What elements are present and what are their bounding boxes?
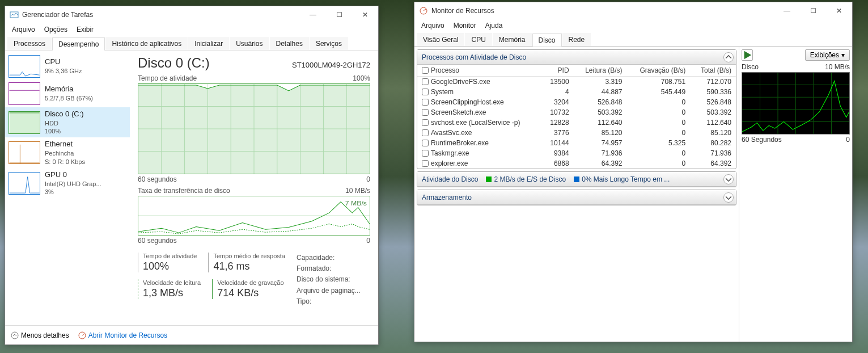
tm-tabbar: Processos Desempenho Histórico de aplica… — [5, 36, 378, 51]
row-checkbox[interactable] — [422, 160, 429, 167]
expand-icon[interactable] — [723, 174, 734, 184]
rm-menu-arquivo[interactable]: Arquivo — [417, 20, 449, 31]
row-checkbox[interactable] — [422, 140, 429, 146]
gpu-sub2: 3% — [45, 188, 101, 196]
process-read: 74.957 — [574, 138, 627, 148]
expand-icon-2[interactable] — [723, 192, 734, 203]
rm-menu-monitor[interactable]: Monitor — [449, 20, 481, 31]
rm-minimize-button[interactable]: — — [774, 2, 800, 19]
process-total: 64.392 — [690, 158, 736, 169]
eth-title: Ethernet — [45, 140, 85, 149]
chart1-xright: 0 — [366, 175, 370, 183]
col-processo[interactable]: Processo — [417, 65, 541, 77]
process-read: 64.392 — [574, 158, 627, 169]
disk-activity-header[interactable]: Atividade do Disco 2 MB/s de E/S de Disc… — [417, 172, 736, 187]
chart2-max: 10 MB/s — [345, 187, 370, 195]
sidebar-item-memoria[interactable]: Memória5,2/7,8 GB (67%) — [5, 80, 130, 107]
disk-thumb — [9, 111, 40, 134]
tab-processos[interactable]: Processos — [7, 37, 52, 50]
tm-main-panel: Disco 0 (C:) ST1000LM049-2GH172 Tempo de… — [130, 51, 378, 325]
rm-menubar: Arquivo Monitor Ajuda — [414, 19, 852, 32]
rm-tab-memoria[interactable]: Memória — [493, 33, 532, 46]
menu-exibir[interactable]: Exibir — [72, 24, 98, 35]
table-row[interactable]: GoogleDriveFS.exe135003.319708.751712.07… — [417, 77, 736, 87]
resource-monitor-icon — [78, 331, 86, 339]
tab-historico[interactable]: Histórico de aplicativos — [105, 37, 188, 50]
tab-usuarios[interactable]: Usuários — [230, 37, 269, 50]
chart1-xleft: 60 segundos — [138, 175, 177, 183]
table-row[interactable]: svchost.exe (LocalService -p)12828112.64… — [417, 117, 736, 128]
menu-opcoes[interactable]: Opções — [40, 24, 72, 35]
views-button[interactable]: Exibições▾ — [805, 49, 850, 61]
open-resource-monitor-link[interactable]: Abrir Monitor de Recursos — [78, 331, 167, 339]
cpu-title: CPU — [45, 57, 82, 67]
rm-tab-rede[interactable]: Rede — [562, 33, 591, 46]
process-write: 0 — [627, 158, 691, 169]
col-leitura[interactable]: Leitura (B/s) — [574, 65, 627, 77]
stat-active-k: Tempo de atividade — [143, 253, 197, 259]
select-all-checkbox[interactable] — [422, 67, 429, 74]
fewer-details-link[interactable]: Menos detalhes — [11, 331, 69, 339]
process-write: 545.449 — [627, 87, 691, 97]
rm-titlebar[interactable]: Monitor de Recursos — ☐ ✕ — [414, 2, 852, 19]
col-pid[interactable]: PID — [541, 65, 574, 77]
table-row[interactable]: System444.887545.449590.336 — [417, 87, 736, 97]
sidebar-item-cpu[interactable]: CPU9% 3,36 GHz — [5, 53, 130, 80]
play-button[interactable] — [742, 49, 753, 61]
chart2-xright: 0 — [366, 237, 370, 245]
resource-monitor-title-icon — [419, 6, 428, 15]
sidebar-item-ethernet[interactable]: EthernetPechinchaS: 0 R: 0 Kbps — [5, 137, 130, 167]
tm-title: Gerenciador de Tarefas — [22, 11, 300, 19]
cpu-sub: 9% 3,36 GHz — [45, 67, 82, 75]
process-write: 5.325 — [627, 138, 691, 148]
rm-maximize-button[interactable]: ☐ — [800, 2, 826, 19]
row-checkbox[interactable] — [422, 150, 429, 157]
row-checkbox[interactable] — [422, 119, 429, 126]
collapse-icon[interactable] — [723, 52, 734, 62]
table-row[interactable]: ScreenSketch.exe10732503.3920503.392 — [417, 107, 736, 117]
rm-tab-cpu[interactable]: CPU — [465, 33, 492, 46]
rm-tab-disco[interactable]: Disco — [532, 33, 562, 47]
tab-detalhes[interactable]: Detalhes — [270, 37, 309, 50]
maximize-button[interactable]: ☐ — [326, 6, 352, 23]
tm-titlebar[interactable]: Gerenciador de Tarefas — ☐ ✕ — [5, 6, 378, 23]
process-read: 85.120 — [574, 128, 627, 138]
close-button[interactable]: ✕ — [352, 6, 378, 23]
col-gravacao[interactable]: Gravação (B/s) — [627, 65, 691, 77]
svg-marker-23 — [744, 51, 752, 59]
throughput-chart: 7 MB/s — [138, 196, 370, 236]
row-checkbox[interactable] — [422, 78, 429, 85]
tab-desempenho[interactable]: Desempenho — [52, 37, 105, 51]
menu-arquivo[interactable]: Arquivo — [7, 24, 40, 35]
table-row[interactable]: RuntimeBroker.exe1014474.9575.32580.282 — [417, 138, 736, 148]
col-total[interactable]: Total (B/s) — [690, 65, 736, 77]
stat-write-k: Velocidade de gravação — [217, 279, 283, 286]
cpu-thumb — [9, 55, 40, 78]
mem-sub: 5,2/7,8 GB (67%) — [45, 94, 93, 102]
mem-title: Memória — [45, 85, 93, 94]
minimize-button[interactable]: — — [300, 6, 326, 23]
row-checkbox[interactable] — [422, 99, 429, 106]
table-row[interactable]: Taskmgr.exe938471.936071.936 — [417, 148, 736, 158]
tab-servicos[interactable]: Serviços — [310, 37, 348, 50]
rm-close-button[interactable]: ✕ — [826, 2, 852, 19]
sidebar-item-disco[interactable]: Disco 0 (C:)HDD100% — [5, 107, 130, 137]
disk-title: Disco 0 (C:) — [45, 110, 84, 119]
rm-menu-ajuda[interactable]: Ajuda — [481, 20, 507, 31]
table-row[interactable]: explorer.exe686864.392064.392 — [417, 158, 736, 169]
tm-footer: Menos detalhes Abrir Monitor de Recursos — [5, 325, 378, 344]
storage-header[interactable]: Armazenamento — [417, 190, 736, 205]
row-checkbox[interactable] — [422, 109, 429, 116]
processes-panel-header[interactable]: Processos com Atividade de Disco — [417, 50, 736, 65]
tab-inicializar[interactable]: Inicializar — [188, 37, 229, 50]
table-row[interactable]: AvastSvc.exe377685.120085.120 — [417, 128, 736, 138]
sidebar-item-gpu[interactable]: GPU 0Intel(R) UHD Grap...3% — [5, 168, 130, 198]
row-checkbox[interactable] — [422, 89, 429, 95]
table-row[interactable]: ScreenClippingHost.exe3204526.8480526.84… — [417, 97, 736, 107]
stat-read-v: 1,3 MB/s — [143, 287, 201, 299]
row-checkbox[interactable] — [422, 129, 429, 136]
rm-tab-visao[interactable]: Visão Geral — [417, 33, 464, 46]
task-manager-window: Gerenciador de Tarefas — ☐ ✕ Arquivo Opç… — [5, 6, 379, 345]
process-read: 112.640 — [574, 117, 627, 128]
stat-active-v: 100% — [143, 260, 197, 272]
